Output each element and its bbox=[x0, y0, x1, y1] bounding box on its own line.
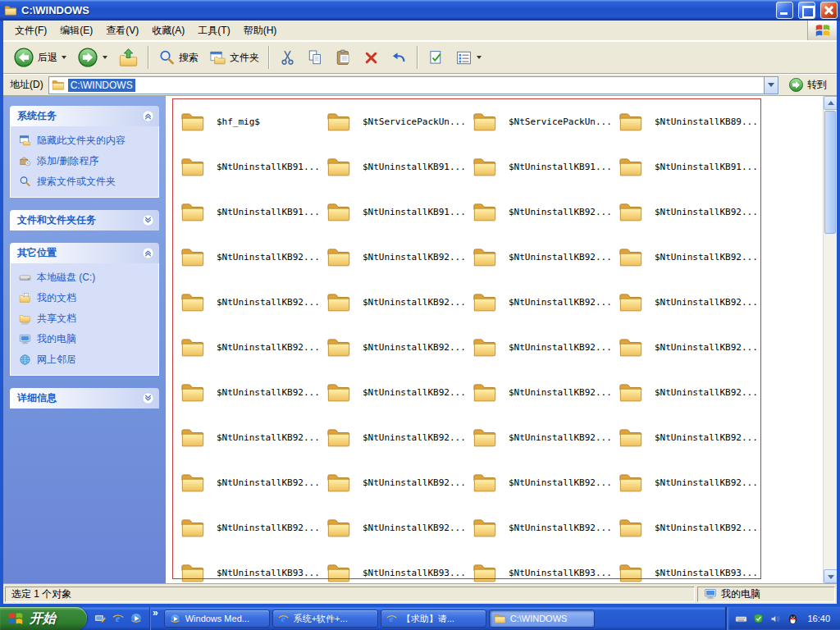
file-item[interactable]: $NtUninstallKB92... bbox=[612, 189, 758, 235]
taskbar-task-0[interactable]: Windows Med... bbox=[164, 609, 270, 628]
file-item[interactable]: $NtUninstallKB91... bbox=[466, 144, 612, 189]
file-item[interactable]: $NtUninstallKB92... bbox=[320, 235, 466, 280]
file-item[interactable]: $NtServicePackUn... bbox=[466, 99, 612, 144]
file-item[interactable]: $NtUninstallKB92... bbox=[466, 460, 612, 505]
file-item[interactable]: $NtUninstallKB91... bbox=[174, 189, 320, 235]
media-player-quicklaunch-button[interactable] bbox=[128, 609, 144, 628]
antivirus-icon[interactable] bbox=[752, 613, 765, 625]
minimize-button[interactable] bbox=[776, 2, 793, 19]
file-item[interactable]: $NtUninstallKB92... bbox=[174, 370, 320, 415]
file-item[interactable]: $NtUninstallKB92... bbox=[612, 505, 758, 550]
file-item[interactable]: $NtUninstallKB92... bbox=[320, 280, 466, 325]
file-item[interactable]: $NtUninstallKB92... bbox=[174, 325, 320, 370]
task-link[interactable]: 共享文档 bbox=[19, 312, 153, 326]
taskbar-task-2[interactable]: 【求助】请... bbox=[381, 609, 486, 628]
file-item[interactable]: $NtUninstallKB93... bbox=[466, 550, 612, 583]
delete-button[interactable] bbox=[358, 43, 385, 71]
file-item[interactable]: $NtUninstallKB89... bbox=[612, 99, 758, 144]
task-link[interactable]: 隐藏此文件夹的内容 bbox=[19, 134, 153, 148]
views-button[interactable] bbox=[450, 43, 486, 71]
menu-item-3[interactable]: 收藏(A) bbox=[145, 21, 191, 40]
file-item[interactable]: $NtUninstallKB92... bbox=[466, 189, 612, 235]
volume-icon[interactable] bbox=[769, 613, 782, 625]
task-link[interactable]: 我的文档 bbox=[19, 291, 153, 305]
panel-header[interactable]: 详细信息 bbox=[10, 388, 159, 409]
panel-header[interactable]: 文件和文件夹任务 bbox=[10, 210, 159, 231]
scroll-up-button[interactable] bbox=[824, 96, 837, 110]
folders-button[interactable]: 文件夹 bbox=[204, 43, 264, 71]
file-item[interactable]: $NtUninstallKB92... bbox=[174, 460, 320, 505]
file-item[interactable]: $NtUninstallKB93... bbox=[320, 550, 466, 583]
file-item[interactable]: $NtUninstallKB92... bbox=[320, 460, 466, 505]
up-button[interactable] bbox=[113, 43, 144, 71]
menu-item-2[interactable]: 查看(V) bbox=[99, 21, 145, 40]
file-item[interactable]: $NtUninstallKB92... bbox=[466, 505, 612, 550]
maximize-button[interactable] bbox=[798, 2, 815, 19]
file-item[interactable]: $NtUninstallKB92... bbox=[612, 235, 758, 280]
file-item[interactable]: $NtUninstallKB91... bbox=[320, 144, 466, 189]
panel-header[interactable]: 系统任务 bbox=[10, 106, 159, 126]
panel-header[interactable]: 其它位置 bbox=[10, 243, 159, 263]
file-item[interactable]: $NtUninstallKB92... bbox=[320, 325, 466, 370]
task-link[interactable]: 搜索文件或文件夹 bbox=[19, 175, 153, 189]
undo-button[interactable] bbox=[386, 43, 413, 71]
file-item[interactable]: $NtUninstallKB92... bbox=[612, 370, 758, 415]
menu-item-4[interactable]: 工具(T) bbox=[191, 21, 236, 40]
task-link[interactable]: 添加/删除程序 bbox=[19, 154, 153, 168]
scroll-down-button[interactable] bbox=[824, 569, 837, 583]
menu-item-5[interactable]: 帮助(H) bbox=[237, 21, 284, 40]
search-button[interactable]: 搜索 bbox=[153, 43, 203, 71]
task-link[interactable]: 网上邻居 bbox=[19, 353, 153, 367]
file-item[interactable]: $NtUninstallKB92... bbox=[174, 280, 320, 325]
show-desktop-quicklaunch-button[interactable] bbox=[92, 609, 108, 628]
go-button[interactable]: 转到 bbox=[783, 75, 832, 95]
file-item[interactable]: $NtUninstallKB92... bbox=[466, 280, 612, 325]
file-item[interactable]: $NtUninstallKB92... bbox=[320, 415, 466, 460]
address-dropdown-button[interactable] bbox=[764, 77, 778, 94]
keyboard-icon[interactable] bbox=[735, 613, 747, 625]
file-item[interactable]: $NtUninstallKB92... bbox=[612, 280, 758, 325]
file-item[interactable]: $NtUninstallKB91... bbox=[174, 144, 320, 189]
forward-button[interactable] bbox=[72, 43, 112, 71]
file-item[interactable]: $NtUninstallKB92... bbox=[612, 325, 758, 370]
quick-launch-overflow-chevron[interactable]: » bbox=[150, 607, 161, 630]
copy-button[interactable] bbox=[302, 43, 329, 71]
file-item[interactable]: $NtUninstallKB93... bbox=[174, 550, 320, 583]
task-link[interactable]: 我的电脑 bbox=[19, 332, 153, 346]
menu-item-1[interactable]: 编辑(E) bbox=[53, 21, 99, 40]
menu-item-0[interactable]: 文件(F) bbox=[8, 21, 53, 40]
close-button[interactable] bbox=[820, 2, 838, 19]
file-item[interactable]: $NtUninstallKB93... bbox=[612, 550, 758, 583]
ie-quicklaunch-button[interactable] bbox=[110, 609, 126, 628]
file-item[interactable]: $NtUninstallKB92... bbox=[466, 415, 612, 460]
file-item[interactable]: $NtUninstallKB92... bbox=[174, 505, 320, 550]
file-item[interactable]: $NtUninstallKB92... bbox=[174, 235, 320, 280]
start-button[interactable]: 开始 bbox=[0, 607, 87, 630]
taskbar-clock[interactable]: 16:40 bbox=[807, 614, 830, 623]
paste-button[interactable] bbox=[330, 43, 357, 71]
file-item[interactable]: $NtUninstallKB91... bbox=[612, 144, 758, 189]
file-item[interactable]: $NtUninstallKB92... bbox=[466, 325, 612, 370]
folder-options-button[interactable] bbox=[422, 43, 450, 71]
file-item[interactable]: $NtServicePackUn... bbox=[320, 99, 466, 144]
cut-button[interactable] bbox=[274, 43, 301, 71]
file-item[interactable]: $hf_mig$ bbox=[174, 99, 320, 144]
file-item[interactable]: $NtUninstallKB92... bbox=[320, 370, 466, 415]
file-item[interactable]: $NtUninstallKB92... bbox=[174, 415, 320, 460]
scrollbar-thumb[interactable] bbox=[824, 111, 836, 234]
address-input[interactable]: C:\WINDOWS bbox=[48, 76, 778, 94]
file-item[interactable]: $NtUninstallKB91... bbox=[320, 189, 466, 235]
vertical-scrollbar[interactable] bbox=[823, 96, 837, 583]
taskbar-task-3[interactable]: C:\WINDOWS bbox=[489, 609, 595, 628]
back-button[interactable]: 后退 bbox=[8, 43, 71, 71]
taskbar-task-1[interactable]: 系统+软件+... bbox=[272, 609, 378, 628]
file-name: $NtUninstallKB92... bbox=[363, 252, 466, 262]
qq-icon[interactable] bbox=[787, 613, 799, 625]
file-item[interactable]: $NtUninstallKB92... bbox=[612, 415, 758, 460]
file-item[interactable]: $NtUninstallKB92... bbox=[466, 370, 612, 415]
file-item[interactable]: $NtUninstallKB92... bbox=[320, 505, 466, 550]
task-link[interactable]: 本地磁盘 (C:) bbox=[19, 271, 153, 285]
file-item[interactable]: $NtUninstallKB92... bbox=[612, 460, 758, 505]
file-item[interactable]: $NtUninstallKB92... bbox=[466, 235, 612, 280]
status-zone: 我的电脑 bbox=[697, 587, 835, 602]
